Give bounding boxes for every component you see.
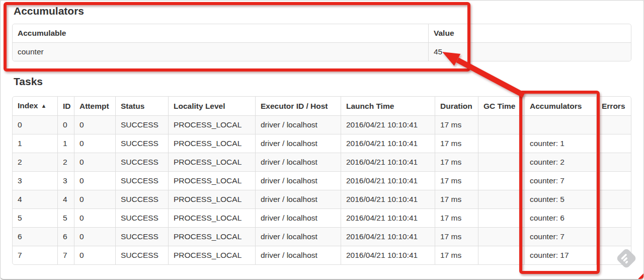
cell-accumulators <box>524 115 596 134</box>
cell-executor-id-host: driver / localhost <box>255 171 341 190</box>
cell-index: 0 <box>13 115 57 134</box>
cell-launch-time: 2016/04/21 10:10:41 <box>341 134 435 153</box>
cell-id: 5 <box>57 208 74 227</box>
cell-status: SUCCESS <box>115 171 168 190</box>
accumulators-column-header[interactable]: Accumulators <box>524 97 596 115</box>
cell-launch-time: 2016/04/21 10:10:41 <box>341 208 435 227</box>
cell-accumulators: counter: 2 <box>524 153 596 171</box>
cell-status: SUCCESS <box>115 190 168 208</box>
attempt-column-header[interactable]: Attempt <box>74 97 115 115</box>
cell-locality-level: PROCESS_LOCAL <box>168 134 255 153</box>
duration-column-header[interactable]: Duration <box>435 97 478 115</box>
cell-attempt: 0 <box>74 246 115 264</box>
cell-duration: 17 ms <box>435 115 478 134</box>
tasks-section-heading: Tasks <box>14 76 43 88</box>
cell-launch-time: 2016/04/21 10:10:41 <box>341 246 435 264</box>
cell-locality-level: PROCESS_LOCAL <box>168 171 255 190</box>
table-row: 3 3 0 SUCCESS PROCESS_LOCAL driver / loc… <box>13 171 631 190</box>
cell-index: 4 <box>13 190 57 208</box>
accumulable-column-header: Accumulable <box>13 24 428 42</box>
cell-launch-time: 2016/04/21 10:10:41 <box>341 227 435 246</box>
cell-value: 45 <box>428 42 631 61</box>
cell-attempt: 0 <box>74 190 115 208</box>
index-column-header[interactable]: Index▲ <box>13 97 57 115</box>
accumulators-header-row: Accumulable Value <box>13 24 631 42</box>
cell-attempt: 0 <box>74 115 115 134</box>
cell-id: 7 <box>57 246 74 264</box>
cell-errors <box>596 134 631 153</box>
cell-index: 7 <box>13 246 57 264</box>
table-row: 4 4 0 SUCCESS PROCESS_LOCAL driver / loc… <box>13 190 631 208</box>
cell-index: 1 <box>13 134 57 153</box>
cell-accumulators: counter: 7 <box>524 171 596 190</box>
cell-gc-time <box>478 115 524 134</box>
cell-accumulators: counter: 1 <box>524 134 596 153</box>
cell-accumulators: counter: 17 <box>524 246 596 264</box>
cell-status: SUCCESS <box>115 134 168 153</box>
cell-executor-id-host: driver / localhost <box>255 115 341 134</box>
cell-gc-time <box>478 246 524 264</box>
cell-locality-level: PROCESS_LOCAL <box>168 208 255 227</box>
cell-id: 3 <box>57 171 74 190</box>
cell-executor-id-host: driver / localhost <box>255 153 341 171</box>
tasks-table: Index▲ ID Attempt Status Locality Level … <box>12 96 631 265</box>
cell-errors <box>596 208 631 227</box>
cell-accumulators: counter: 5 <box>524 190 596 208</box>
cell-executor-id-host: driver / localhost <box>255 246 341 264</box>
cell-duration: 17 ms <box>435 246 478 264</box>
cell-status: SUCCESS <box>115 227 168 246</box>
cell-id: 1 <box>57 134 74 153</box>
cell-executor-id-host: driver / localhost <box>255 134 341 153</box>
cell-locality-level: PROCESS_LOCAL <box>168 190 255 208</box>
cell-accumulators: counter: 6 <box>524 208 596 227</box>
cell-gc-time <box>478 153 524 171</box>
cell-errors <box>596 246 631 264</box>
cell-index: 2 <box>13 153 57 171</box>
cell-id: 4 <box>57 190 74 208</box>
cell-status: SUCCESS <box>115 246 168 264</box>
cell-gc-time <box>478 190 524 208</box>
cell-id: 0 <box>57 115 74 134</box>
table-row: 1 1 0 SUCCESS PROCESS_LOCAL driver / loc… <box>13 134 631 153</box>
cell-errors <box>596 227 631 246</box>
status-column-header[interactable]: Status <box>115 97 168 115</box>
cell-errors <box>596 153 631 171</box>
cell-launch-time: 2016/04/21 10:10:41 <box>341 115 435 134</box>
accumulator-row: counter 45 <box>13 42 631 61</box>
cell-launch-time: 2016/04/21 10:10:41 <box>341 171 435 190</box>
cell-attempt: 0 <box>74 134 115 153</box>
errors-column-header[interactable]: Errors <box>596 97 631 115</box>
cell-duration: 17 ms <box>435 153 478 171</box>
cell-duration: 17 ms <box>435 171 478 190</box>
cell-id: 2 <box>57 153 74 171</box>
cell-executor-id-host: driver / localhost <box>255 190 341 208</box>
cell-duration: 17 ms <box>435 134 478 153</box>
executor-id-host-column-header[interactable]: Executor ID / Host <box>255 97 341 115</box>
cell-duration: 17 ms <box>435 227 478 246</box>
cell-launch-time: 2016/04/21 10:10:41 <box>341 153 435 171</box>
cell-errors <box>596 190 631 208</box>
id-column-header[interactable]: ID <box>57 97 74 115</box>
table-row: 2 2 0 SUCCESS PROCESS_LOCAL driver / loc… <box>13 153 631 171</box>
cell-gc-time <box>478 171 524 190</box>
cell-id: 6 <box>57 227 74 246</box>
spark-stage-page: Accumulators Accumulable Value counter 4… <box>0 0 644 280</box>
cell-index: 6 <box>13 227 57 246</box>
cell-status: SUCCESS <box>115 208 168 227</box>
sort-ascending-icon: ▲ <box>41 103 46 109</box>
cell-launch-time: 2016/04/21 10:10:41 <box>341 190 435 208</box>
cell-accumulable: counter <box>13 42 428 61</box>
gc-time-column-header[interactable]: GC Time <box>478 97 524 115</box>
cell-attempt: 0 <box>74 227 115 246</box>
cell-locality-level: PROCESS_LOCAL <box>168 246 255 264</box>
cell-errors <box>596 115 631 134</box>
locality-level-column-header[interactable]: Locality Level <box>168 97 255 115</box>
cell-attempt: 0 <box>74 171 115 190</box>
cell-duration: 17 ms <box>435 208 478 227</box>
cell-attempt: 0 <box>74 208 115 227</box>
table-row: 7 7 0 SUCCESS PROCESS_LOCAL driver / loc… <box>13 246 631 264</box>
cell-duration: 17 ms <box>435 190 478 208</box>
launch-time-column-header[interactable]: Launch Time <box>341 97 435 115</box>
accumulators-table: Accumulable Value counter 45 <box>12 24 631 61</box>
cell-index: 5 <box>13 208 57 227</box>
